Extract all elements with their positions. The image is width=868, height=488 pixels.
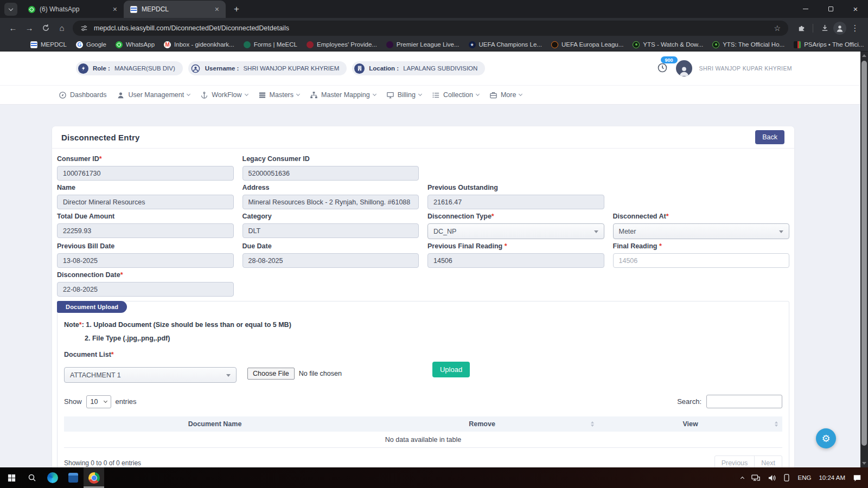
clock-time[interactable]: 10:24 AM	[819, 474, 845, 481]
close-icon[interactable]: ×	[112, 5, 118, 14]
settings-fab[interactable]: ⚙	[816, 428, 836, 448]
profile-avatar[interactable]	[833, 22, 846, 35]
nav-item-master-mapping[interactable]: Master Mapping	[310, 91, 376, 99]
disconnection-date-input[interactable]: 22-08-2025	[57, 282, 234, 297]
previous-bill-date-input[interactable]: 13-08-2025	[57, 253, 234, 268]
back-button[interactable]: Back	[755, 130, 784, 144]
reload-button[interactable]	[38, 21, 53, 36]
search-input[interactable]	[706, 395, 782, 408]
network-icon[interactable]	[751, 474, 760, 481]
phone-link-icon[interactable]	[783, 474, 790, 481]
bookmark-psarips[interactable]: PSArips • The Offici...	[794, 41, 864, 48]
gmail-icon: M	[164, 41, 171, 48]
column-document-name[interactable]: Document Name	[64, 416, 366, 432]
taskbar-search-button[interactable]	[22, 467, 42, 488]
notification-icon[interactable]	[853, 474, 861, 482]
clock-widget[interactable]: 900	[657, 62, 669, 74]
bookmark-star-icon[interactable]: ☆	[774, 24, 781, 33]
upload-button[interactable]: Upload	[432, 362, 470, 377]
previous-outstanding-input[interactable]: 21616.47	[427, 195, 604, 209]
required-mark: *	[492, 213, 494, 220]
choose-file-button[interactable]: Choose File	[247, 368, 295, 380]
bookmark-yts-official[interactable]: YTS: The Official Ho...	[712, 41, 784, 48]
nav-item-user-management[interactable]: User Management	[117, 91, 190, 99]
home-button[interactable]: ⌂	[54, 21, 69, 36]
due-date-input[interactable]: 28-08-2025	[242, 253, 419, 268]
extensions-button[interactable]	[794, 21, 809, 36]
menu-button[interactable]: ⋮	[847, 21, 863, 36]
previous-page-button[interactable]: Previous	[715, 456, 755, 467]
sort-icon[interactable]	[591, 421, 594, 427]
disconnection-type-select[interactable]: DC_NP	[427, 223, 604, 239]
bookmark-label: PSArips • The Offici...	[804, 41, 864, 48]
chevron-down-icon	[519, 92, 522, 96]
tab-mepdcl[interactable]: MEPDCL ×	[124, 1, 226, 18]
field-category: Category DLT	[242, 213, 419, 239]
final-reading-input[interactable]: 14506	[613, 253, 790, 268]
vertical-scrollbar[interactable]	[860, 52, 868, 467]
sort-icon[interactable]	[775, 421, 778, 427]
bookmark-yts-watch[interactable]: YTS - Watch & Dow...	[633, 41, 703, 48]
total-due-input[interactable]: 22259.93	[57, 223, 234, 238]
disconnected-entry-card: Disconnected Entry Back Consumer ID* 100…	[52, 126, 794, 467]
tab-label: (6) WhatsApp	[40, 5, 107, 13]
taskbar: ENG 10:24 AM	[0, 467, 868, 488]
taskbar-edge-button[interactable]	[42, 467, 63, 488]
downloads-button[interactable]	[817, 21, 832, 36]
page-size-select[interactable]: 10	[86, 395, 111, 408]
close-icon[interactable]: ×	[214, 5, 220, 14]
file-input[interactable]: Choose File No file chosen	[247, 368, 342, 380]
next-page-button[interactable]: Next	[755, 456, 782, 467]
tray-chevron-icon[interactable]	[741, 477, 744, 480]
bookmark-google[interactable]: GGoogle	[76, 41, 106, 48]
browser-toolbar: ← → ⌂ mepdcl.ubs.ieasybill.com/Diconnect…	[0, 18, 868, 38]
column-view[interactable]: View	[598, 416, 782, 432]
tab-whatsapp[interactable]: (6) WhatsApp ×	[22, 1, 124, 18]
bookmark-epf[interactable]: Employees' Provide...	[307, 41, 377, 48]
previous-final-reading-input[interactable]: 14506	[427, 253, 604, 268]
category-input[interactable]: DLT	[242, 223, 419, 238]
scroll-up-arrow[interactable]	[860, 52, 868, 60]
bookmark-premier-league[interactable]: Premier League Live...	[386, 41, 459, 48]
language-indicator[interactable]: ENG	[797, 474, 811, 481]
maximize-button[interactable]	[818, 0, 843, 18]
taskbar-chrome-button[interactable]	[84, 467, 104, 488]
name-input[interactable]: Director Mineral Resources	[57, 195, 234, 209]
consumer-id-input[interactable]: 1000761730	[57, 166, 234, 181]
document-list-select[interactable]: ATTACHMENT 1	[64, 367, 237, 383]
address-input[interactable]: Mineral Resources Block - 2 Rynjah, Shil…	[242, 195, 419, 209]
tab-search-button[interactable]	[4, 3, 17, 16]
minimize-button[interactable]	[793, 0, 818, 18]
chevron-down-icon	[103, 399, 107, 403]
bookmark-whatsapp[interactable]: WhatsApp	[116, 41, 155, 48]
avatar[interactable]	[676, 60, 692, 76]
forward-button[interactable]: →	[22, 21, 37, 36]
nav-item-more[interactable]: More	[489, 91, 522, 99]
bookmark-uefa-cl[interactable]: ★UEFA Champions Le...	[469, 41, 542, 48]
scrollbar-thumb[interactable]	[861, 61, 867, 446]
nav-item-workflow[interactable]: WorkFlow	[200, 91, 247, 99]
bookmark-forms-meecl[interactable]: Forms | MeECL	[244, 41, 297, 48]
nav-item-billing[interactable]: Billing	[386, 91, 422, 99]
bookmark-label: WhatsApp	[126, 41, 155, 48]
legacy-consumer-id-input[interactable]: 52000051636	[242, 166, 419, 181]
disconnected-at-select[interactable]: Meter	[613, 223, 790, 239]
field-label: Total Due Amount	[57, 213, 234, 220]
bookmark-uefa-el[interactable]: UEFA Europa Leagu...	[551, 41, 623, 48]
taskbar-calculator-button[interactable]	[63, 467, 84, 488]
speaker-icon[interactable]	[768, 474, 776, 481]
building-icon	[354, 63, 365, 74]
start-button[interactable]	[1, 467, 22, 488]
close-window-button[interactable]: ×	[843, 0, 868, 18]
nav-item-dashboards[interactable]: Dashboards	[59, 91, 106, 99]
back-button[interactable]: ←	[5, 21, 21, 36]
nav-item-collection[interactable]: Collection	[432, 91, 479, 99]
nav-item-masters[interactable]: Masters	[258, 91, 299, 99]
column-remove[interactable]: Remove	[366, 416, 598, 432]
bookmark-mepdcl[interactable]: MEPDCL	[30, 41, 67, 48]
scroll-down-arrow[interactable]	[860, 459, 868, 467]
address-bar[interactable]: mepdcl.ubs.ieasybill.com/DiconnectedDet/…	[73, 21, 788, 36]
bookmark-inbox[interactable]: MInbox - gideonkhark...	[164, 41, 234, 48]
new-tab-button[interactable]: +	[229, 2, 244, 17]
field-disconnected-at: Disconnected At* Meter	[613, 213, 790, 239]
